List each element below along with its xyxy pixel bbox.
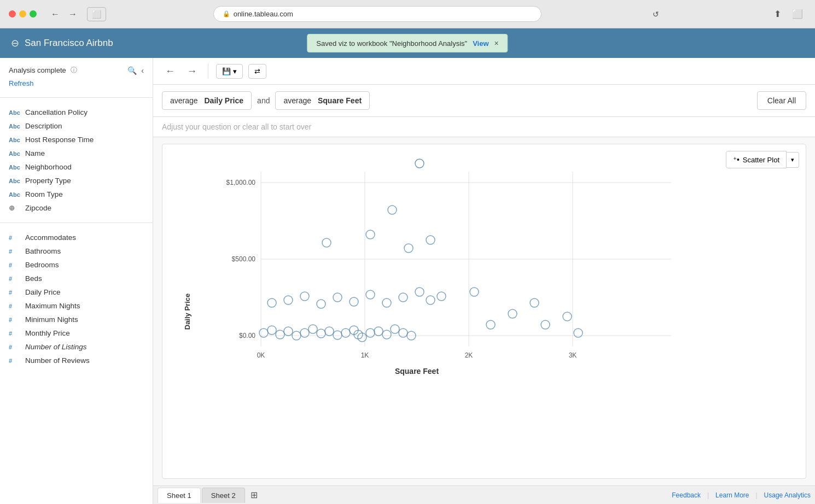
field-label: Monthly Price: [25, 329, 70, 337]
chart-plot-area: $1,000.00 $500.00 $0.00 0K 1K 2K 3K Squa…: [226, 159, 671, 376]
query-pill-daily-price[interactable]: average Daily Price: [162, 91, 252, 110]
scatter-dot: [317, 329, 325, 338]
toolbar: ← → 💾 ▾ ⇄: [153, 58, 815, 85]
toolbar-back-button[interactable]: ←: [162, 65, 178, 78]
scatter-dot: [391, 325, 399, 333]
field-label: Accommodates: [25, 233, 76, 242]
scatter-dot: [574, 329, 583, 337]
footer-divider: |: [707, 491, 709, 499]
clear-all-button[interactable]: Clear All: [757, 91, 806, 110]
sidebar-item-number-of-listings[interactable]: # Number of Listings: [0, 340, 153, 354]
toolbar-save-button[interactable]: 💾 ▾: [216, 64, 243, 79]
sidebar-item-number-of-reviews[interactable]: # Number of Reviews: [0, 354, 153, 367]
field-label: Maximum Nights: [25, 302, 80, 310]
scatter-dot: [426, 296, 435, 304]
type-badge-hash: #: [9, 317, 21, 323]
app-title-text: San Francisco Airbnb: [25, 38, 113, 49]
type-badge-abc: Abc: [9, 137, 21, 143]
sidebar-item-zipcode[interactable]: ⊕ Zipcode: [0, 201, 153, 215]
scatter-dot: [350, 297, 358, 306]
address-bar[interactable]: 🔒 online.tableau.com: [213, 6, 542, 22]
bottom-tabs: Sheet 1 Sheet 2 ⊞ Feedback | Learn More …: [153, 485, 815, 504]
scatter-dot: [382, 298, 391, 307]
field-label: Neighborhood: [25, 163, 72, 171]
sidebar-item-bathrooms[interactable]: # Bathrooms: [0, 244, 153, 258]
add-sheet-button[interactable]: ⊞: [246, 488, 262, 502]
y-tick-500: $500.00: [232, 255, 256, 263]
footer-links: Feedback | Learn More | Usage Analytics: [672, 491, 811, 499]
type-badge-hash: #: [9, 276, 21, 282]
scatter-dot: [366, 290, 375, 299]
browser-back-button[interactable]: ←: [48, 7, 63, 21]
maximize-window-button[interactable]: [30, 10, 37, 17]
type-badge-abc: Abc: [9, 109, 21, 116]
type-badge-hash: #: [9, 289, 21, 296]
sidebar-item-beds[interactable]: # Beds: [0, 272, 153, 285]
scatter-dot: [563, 312, 572, 321]
minimize-window-button[interactable]: [19, 10, 26, 17]
pill2-bold: Square Feet: [318, 96, 362, 105]
sidebar-item-daily-price[interactable]: # Daily Price: [0, 285, 153, 299]
sidebar-item-description[interactable]: Abc Description: [0, 119, 153, 133]
toolbar-forward-button[interactable]: →: [184, 65, 200, 78]
sidebar-item-cancellation-policy[interactable]: Abc Cancellation Policy: [0, 106, 153, 119]
sidebar-collapse-button[interactable]: ‹: [141, 66, 144, 75]
browser-forward-button[interactable]: →: [65, 7, 80, 21]
usage-analytics-link[interactable]: Usage Analytics: [764, 491, 811, 499]
browser-actions: ⬆ ⬜: [771, 7, 806, 21]
scatter-dot: [530, 298, 539, 307]
browser-refresh-button[interactable]: ↺: [648, 8, 663, 21]
x-tick-0k: 0K: [257, 351, 265, 359]
type-badge-hash: #: [9, 262, 21, 268]
field-label: Daily Price: [25, 288, 61, 296]
sidebar-toggle-button[interactable]: ⬜: [87, 7, 106, 21]
sidebar-item-host-response-time[interactable]: Abc Host Response Time: [0, 133, 153, 146]
close-window-button[interactable]: [9, 10, 16, 17]
sidebar-item-property-type[interactable]: Abc Property Type: [0, 174, 153, 187]
scatter-dot: [374, 327, 383, 336]
save-icon: 💾: [222, 67, 231, 75]
string-fields-divider: [0, 97, 153, 98]
scatter-dot: [486, 320, 495, 329]
scatter-dot: [341, 329, 350, 337]
sidebar-item-minimum-nights[interactable]: # Minimum Nights: [0, 313, 153, 326]
sidebar-item-monthly-price[interactable]: # Monthly Price: [0, 326, 153, 340]
sidebar-item-room-type[interactable]: Abc Room Type: [0, 187, 153, 201]
info-icon[interactable]: ⓘ: [71, 66, 77, 75]
field-label: Property Type: [25, 177, 71, 185]
scatter-dot: [404, 244, 413, 253]
footer-divider2: |: [755, 491, 757, 499]
scatter-dot: [284, 327, 293, 336]
sidebar-item-accommodates[interactable]: # Accommodates: [0, 231, 153, 244]
tab-sheet2[interactable]: Sheet 2: [202, 488, 245, 503]
toolbar-divider: [208, 63, 208, 79]
new-tab-button[interactable]: ⬜: [789, 7, 806, 21]
field-label: Description: [25, 122, 62, 130]
field-label: Beds: [25, 274, 42, 283]
query-bar: average Daily Price and average Square F…: [153, 85, 815, 117]
toolbar-viz-change-button[interactable]: ⇄: [248, 64, 266, 79]
query-pill-square-feet[interactable]: average Square Feet: [275, 91, 370, 110]
scatter-dot: [267, 326, 276, 335]
notification-close-button[interactable]: ×: [494, 39, 499, 48]
sidebar-search-button[interactable]: 🔍: [127, 66, 137, 75]
sidebar-item-neighborhood[interactable]: Abc Neighborhood: [0, 160, 153, 174]
sidebar-item-bedrooms[interactable]: # Bedrooms: [0, 258, 153, 272]
sidebar-item-name[interactable]: Abc Name: [0, 146, 153, 160]
scatter-dot: [322, 238, 331, 247]
tab-sheet1[interactable]: Sheet 1: [158, 488, 201, 503]
sidebar-item-maximum-nights[interactable]: # Maximum Nights: [0, 299, 153, 313]
feedback-link[interactable]: Feedback: [672, 491, 701, 499]
x-tick-3k: 3K: [569, 351, 577, 359]
refresh-link[interactable]: Refresh: [0, 79, 153, 93]
notification-view-link[interactable]: View: [473, 39, 488, 48]
type-badge-hash: #: [9, 330, 21, 337]
app-title: ⊖ San Francisco Airbnb: [11, 37, 113, 49]
main-layout: Analysis complete ⓘ 🔍 ‹ Refresh Abc Canc…: [0, 58, 815, 504]
learn-more-link[interactable]: Learn More: [715, 491, 749, 499]
scatter-dot: [284, 296, 293, 304]
share-button[interactable]: ⬆: [771, 7, 784, 21]
url-text: online.tableau.com: [234, 10, 293, 18]
type-badge-hash: #: [9, 358, 21, 364]
query-connector: and: [257, 96, 270, 105]
